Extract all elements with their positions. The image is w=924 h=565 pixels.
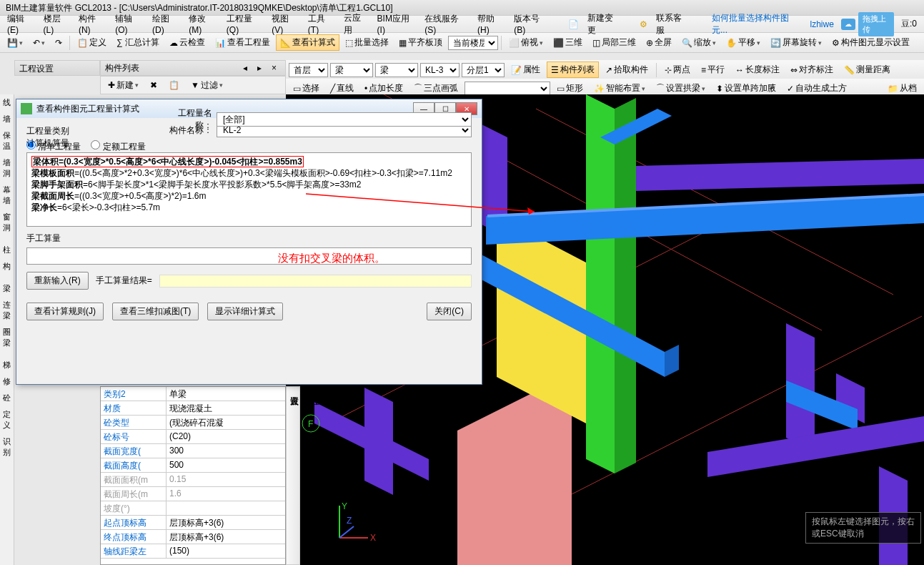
floor-combo[interactable]: 首层 bbox=[289, 63, 328, 77]
menu-edit[interactable]: 编辑(E) bbox=[3, 11, 39, 36]
zoom-btn[interactable]: 🔍 缩放▾ bbox=[677, 34, 720, 51]
member-combo[interactable]: KL-3 bbox=[420, 63, 459, 77]
side-curtain[interactable]: 幕墙 bbox=[0, 182, 14, 209]
view-detail-btn[interactable]: 显示详细计算式 bbox=[207, 303, 283, 320]
side-wallhole[interactable]: 墙洞 bbox=[0, 154, 14, 182]
curfloor-combo[interactable]: 当前楼层 bbox=[448, 36, 498, 50]
menu-bim[interactable]: BIM应用(I) bbox=[373, 11, 421, 36]
side-constr[interactable]: 构 bbox=[0, 258, 14, 275]
menu-cloud[interactable]: 云应用 bbox=[339, 11, 373, 38]
cat1-combo[interactable]: 梁 bbox=[330, 63, 373, 77]
parallel-btn[interactable]: ≡平行 bbox=[697, 62, 729, 78]
manual-result-field[interactable] bbox=[159, 275, 472, 288]
topview-btn[interactable]: ⬜ 俯视▾ bbox=[505, 34, 547, 51]
upload-btn[interactable]: 拖拽上传 bbox=[858, 12, 894, 36]
redo-icon[interactable]: ↷ bbox=[51, 36, 66, 50]
promo-link[interactable]: 如何批量选择构件图元... bbox=[707, 11, 805, 38]
side-line[interactable]: 线 bbox=[0, 94, 14, 111]
menu-draw[interactable]: 绘图(D) bbox=[148, 11, 184, 36]
reinput-btn[interactable]: 重新输入(R) bbox=[26, 272, 89, 290]
calc-results-box[interactable]: 梁体积=(0.3<宽度>*0.5<高度>*6<中心线长度>)-0.045<扣柱>… bbox=[26, 152, 472, 227]
filter-btn[interactable]: ▼ 过滤▾ bbox=[187, 77, 227, 94]
display-btn[interactable]: ⚙ 构件图元显示设置 bbox=[828, 34, 914, 51]
side-repair[interactable]: 修 bbox=[0, 373, 14, 390]
close-btn[interactable]: 关闭(C) bbox=[427, 303, 472, 320]
side-wall[interactable]: 墙 bbox=[0, 111, 14, 127]
viewqty-btn[interactable]: 📊 查看工程量 bbox=[211, 34, 274, 51]
rotate-btn[interactable]: 🔄 屏幕旋转▾ bbox=[766, 34, 826, 51]
lendim-btn[interactable]: ↔长度标注 bbox=[731, 62, 784, 78]
user-name[interactable]: lzhiwe bbox=[806, 18, 838, 31]
full-btn[interactable]: ⊕ 全屏 bbox=[642, 34, 676, 51]
twopt-btn[interactable]: ⊹两点 bbox=[660, 62, 695, 78]
side-recog[interactable]: 识别 bbox=[0, 433, 14, 461]
menu-view[interactable]: 视图(V) bbox=[267, 11, 304, 36]
layer-combo[interactable]: 分层1 bbox=[462, 63, 505, 77]
side-stair[interactable]: 梯 bbox=[0, 357, 14, 373]
new-component-btn[interactable]: ✚ 新建▾ bbox=[104, 77, 143, 94]
cloudcheck-btn[interactable]: ☁ 云检查 bbox=[165, 34, 209, 51]
threed-btn[interactable]: ⬛ 三维 bbox=[549, 34, 587, 51]
menu-qty[interactable]: 工程量(Q) bbox=[222, 11, 267, 36]
menu-tools[interactable]: 工具(T) bbox=[304, 11, 339, 36]
side-window[interactable]: 窗洞 bbox=[0, 209, 14, 236]
component-list-header: 构件列表 ◂ ▸ × bbox=[100, 60, 286, 76]
undo-icon[interactable]: ↶▾ bbox=[29, 36, 49, 50]
panel-prev-icon[interactable]: ◂ bbox=[239, 61, 252, 75]
draw-mode-combo[interactable] bbox=[465, 82, 550, 96]
memberlist-btn[interactable]: ☰构件列表 bbox=[547, 62, 599, 78]
svg-marker-20 bbox=[636, 159, 924, 191]
define-btn[interactable]: 📋 定义 bbox=[73, 34, 111, 51]
qty-name-combo[interactable]: [全部] bbox=[217, 112, 472, 127]
radio-norm-qty[interactable]: 定额工程量 bbox=[91, 140, 145, 153]
project-settings-header: 工程设置 bbox=[14, 60, 100, 76]
contact-btn[interactable]: 联系客服 bbox=[652, 11, 693, 38]
view-3d-btn[interactable]: 查看三维扣减图(T) bbox=[112, 303, 199, 320]
side-ringbeam[interactable]: 圈梁 bbox=[0, 324, 14, 351]
side-beam[interactable]: 梁 bbox=[0, 280, 14, 297]
menu-version[interactable]: 版本号(B) bbox=[510, 11, 554, 36]
prop-starttop: 起点顶标高 bbox=[101, 516, 167, 529]
aligndim-btn[interactable]: ⇔对齐标注 bbox=[786, 62, 838, 78]
svg-marker-8 bbox=[615, 98, 636, 473]
panel-close-icon[interactable]: × bbox=[267, 61, 281, 75]
svg-text:Z: Z bbox=[347, 516, 352, 526]
qty-name-label: 工程量名称： bbox=[162, 107, 212, 132]
svg-marker-22 bbox=[707, 416, 924, 477]
side-column[interactable]: 柱 bbox=[0, 242, 14, 258]
save-icon[interactable]: 💾▾ bbox=[3, 36, 27, 50]
localthreed-btn[interactable]: ◫ 局部三维 bbox=[588, 34, 640, 51]
menu-help[interactable]: 帮助(H) bbox=[473, 11, 510, 36]
svg-text:Y: Y bbox=[342, 501, 347, 511]
side-linkbeam[interactable]: 连梁 bbox=[0, 297, 14, 324]
prop-area: 截面面积(m bbox=[101, 473, 167, 486]
del-icon[interactable]: ✖ bbox=[146, 78, 162, 92]
sumcalc-btn[interactable]: ∑ 汇总计算 bbox=[112, 34, 164, 51]
side-concrete[interactable]: 砼 bbox=[0, 390, 14, 406]
props-btn[interactable]: 📝属性 bbox=[507, 62, 545, 78]
menu-floor[interactable]: 楼层(L) bbox=[39, 11, 74, 36]
menu-bar: 编辑(E) 楼层(L) 构件(N) 辅轴(O) 绘图(D) 修改(M) 工程量(… bbox=[0, 16, 924, 33]
view-rule-btn[interactable]: 查看计算规则(J) bbox=[26, 303, 104, 320]
measdist-btn[interactable]: 📏测量距离 bbox=[840, 62, 895, 78]
cloud-icon[interactable]: ☁ bbox=[841, 19, 855, 30]
manual-input[interactable] bbox=[26, 247, 472, 265]
cat2-combo[interactable]: 梁 bbox=[375, 63, 418, 77]
pan-btn[interactable]: ✋ 平移▾ bbox=[722, 34, 765, 51]
panel-next-icon[interactable]: ▸ bbox=[253, 61, 266, 75]
side-insul[interactable]: 保温 bbox=[0, 127, 14, 154]
svg-text:X: X bbox=[370, 533, 376, 543]
menu-aux[interactable]: 辅轴(O) bbox=[111, 11, 148, 36]
menu-member[interactable]: 构件(N) bbox=[74, 11, 111, 36]
copy-icon[interactable]: 📋 bbox=[164, 78, 184, 92]
batchsel-btn[interactable]: ⬚ 批量选择 bbox=[341, 34, 393, 51]
new-change-btn[interactable]: 新建变更 bbox=[583, 11, 625, 38]
prop-height: 截面高度( bbox=[101, 458, 167, 472]
slabtop-btn[interactable]: ▦ 平齐板顶 bbox=[394, 34, 447, 51]
prop-slope: 坡度(°) bbox=[101, 501, 167, 515]
viewcalc-btn[interactable]: 📐 查看计算式 bbox=[276, 34, 339, 51]
menu-modify[interactable]: 修改(M) bbox=[184, 11, 222, 36]
menu-online[interactable]: 在线服务(S) bbox=[420, 11, 473, 36]
side-define[interactable]: 定义 bbox=[0, 406, 14, 433]
pick-btn[interactable]: ↗拾取构件 bbox=[601, 62, 652, 78]
